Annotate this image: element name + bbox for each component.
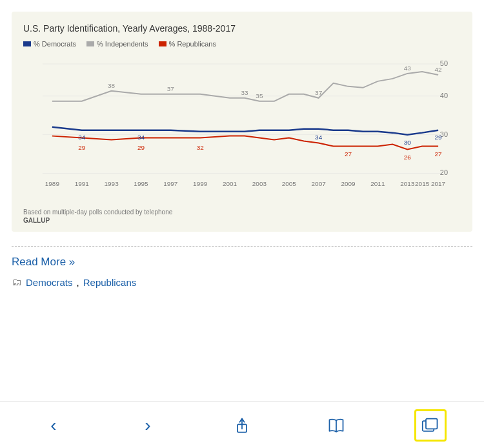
- svg-text:1989: 1989: [45, 180, 60, 187]
- svg-text:2005: 2005: [282, 180, 297, 187]
- book-icon: [327, 416, 345, 434]
- bottom-toolbar: ‹ ›: [0, 402, 484, 448]
- svg-text:2009: 2009: [341, 180, 356, 187]
- svg-text:35: 35: [256, 92, 263, 99]
- svg-text:34: 34: [137, 134, 145, 141]
- svg-text:20: 20: [440, 168, 448, 176]
- svg-text:37: 37: [315, 89, 323, 96]
- svg-text:1993: 1993: [105, 180, 119, 187]
- svg-text:29: 29: [137, 144, 145, 151]
- svg-text:1995: 1995: [134, 180, 148, 187]
- svg-text:2007: 2007: [312, 180, 327, 187]
- legend-label-independents: % Independents: [97, 40, 148, 48]
- svg-text:2015: 2015: [415, 180, 430, 187]
- svg-text:33: 33: [241, 89, 248, 96]
- svg-text:32: 32: [197, 144, 205, 151]
- svg-text:2003: 2003: [252, 180, 267, 187]
- svg-text:1999: 1999: [193, 180, 208, 187]
- svg-text:27: 27: [435, 150, 443, 158]
- chart-brand: GALLUP: [23, 217, 461, 224]
- svg-text:2011: 2011: [370, 180, 385, 187]
- svg-text:34: 34: [315, 134, 323, 141]
- svg-text:42: 42: [435, 66, 443, 73]
- forward-icon: ›: [145, 415, 150, 436]
- svg-text:2013: 2013: [400, 180, 415, 187]
- chart-title: U.S. Party Identification, Yearly Averag…: [23, 23, 461, 34]
- tag-link-democrats[interactable]: Democrats: [26, 277, 73, 288]
- svg-text:27: 27: [345, 150, 352, 158]
- legend-republicans: % Republicans: [159, 40, 216, 48]
- folder-icon: 🗂: [12, 276, 22, 288]
- svg-text:40: 40: [440, 92, 448, 99]
- democrats-line: [52, 127, 438, 135]
- chart-footer: Based on multiple-day polls conducted by…: [23, 209, 461, 224]
- svg-text:1991: 1991: [75, 180, 90, 187]
- svg-text:2017: 2017: [431, 180, 446, 187]
- read-more-link[interactable]: Read More »: [12, 256, 472, 269]
- chart-section: U.S. Party Identification, Yearly Averag…: [12, 12, 472, 232]
- legend-democrats: % Democrats: [23, 40, 76, 48]
- svg-text:29: 29: [78, 144, 86, 151]
- share-icon: [233, 416, 251, 434]
- legend-dot-blue: [23, 41, 31, 46]
- tabs-icon: [421, 416, 439, 434]
- svg-text:38: 38: [108, 82, 116, 89]
- tag-separator: ,: [77, 277, 79, 288]
- legend-label-republicans: % Republicans: [169, 40, 216, 48]
- svg-text:30: 30: [404, 139, 412, 146]
- chart-footer-note: Based on multiple-day polls conducted by…: [23, 209, 461, 216]
- forward-button[interactable]: ›: [132, 409, 164, 442]
- back-icon: ‹: [50, 415, 56, 436]
- svg-text:26: 26: [404, 154, 412, 161]
- chart-svg: 50 40 30 20 1989 1991 1993 1995 1997 199…: [23, 54, 461, 202]
- share-button[interactable]: [226, 409, 258, 442]
- section-divider: [12, 246, 472, 247]
- svg-rect-45: [426, 418, 438, 429]
- republicans-line: [52, 136, 438, 150]
- svg-text:37: 37: [167, 85, 175, 92]
- svg-text:29: 29: [435, 134, 443, 141]
- svg-text:1997: 1997: [163, 180, 178, 187]
- bookmarks-button[interactable]: [320, 409, 352, 442]
- svg-text:43: 43: [404, 65, 412, 72]
- tag-link-republicans[interactable]: Republicans: [83, 277, 137, 288]
- tabs-button[interactable]: [414, 409, 447, 442]
- chart-legend: % Democrats % Independents % Republicans: [23, 40, 461, 48]
- svg-text:34: 34: [78, 134, 86, 141]
- content-spacer: [0, 294, 484, 402]
- legend-dot-red: [159, 41, 166, 46]
- tags-row: 🗂 Democrats , Republicans: [12, 276, 472, 288]
- back-button[interactable]: ‹: [37, 409, 70, 442]
- legend-independents: % Independents: [86, 40, 148, 48]
- chart-svg-wrapper: 50 40 30 20 1989 1991 1993 1995 1997 199…: [23, 54, 461, 205]
- legend-dot-gray: [86, 41, 94, 46]
- legend-label-democrats: % Democrats: [34, 40, 76, 48]
- svg-text:2001: 2001: [223, 180, 237, 187]
